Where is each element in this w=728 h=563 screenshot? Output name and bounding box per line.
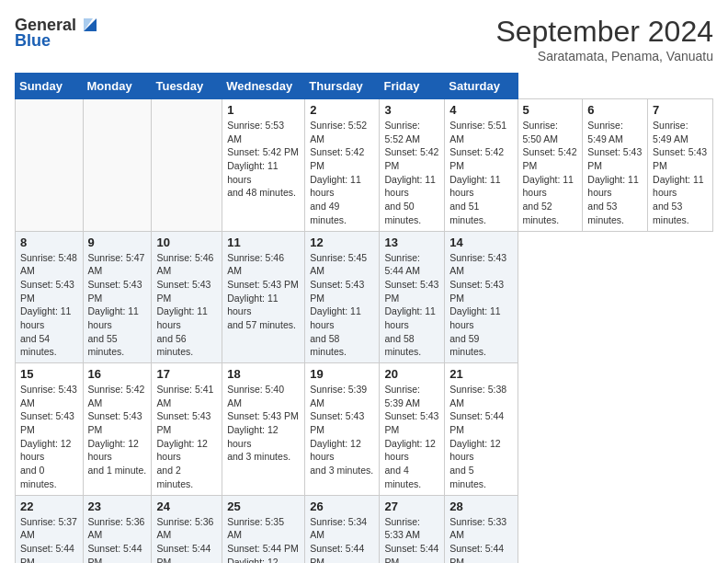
day-info: Sunrise: 5:36 AMSunset: 5:44 PMDaylight:… — [156, 515, 217, 564]
day-number: 3 — [384, 103, 439, 117]
calendar-week-4: 22Sunrise: 5:37 AMSunset: 5:44 PMDayligh… — [16, 495, 713, 563]
day-number: 25 — [227, 500, 300, 513]
day-info: Sunrise: 5:44 AMSunset: 5:43 PMDaylight:… — [384, 251, 439, 360]
day-number: 11 — [227, 236, 300, 249]
day-number: 27 — [384, 500, 439, 513]
day-number: 14 — [449, 236, 512, 249]
day-number: 8 — [20, 236, 78, 249]
day-info: Sunrise: 5:53 AMSunset: 5:42 PMDaylight:… — [227, 119, 300, 200]
day-info: Sunrise: 5:46 AMSunset: 5:43 PMDaylight:… — [156, 251, 217, 360]
table-row: 8Sunrise: 5:48 AMSunset: 5:43 PMDaylight… — [16, 231, 84, 363]
table-row: 16Sunrise: 5:42 AMSunset: 5:43 PMDayligh… — [83, 363, 152, 496]
col-saturday: Saturday — [445, 74, 518, 99]
day-number: 23 — [88, 500, 147, 513]
logo-icon — [80, 15, 100, 35]
day-info: Sunrise: 5:33 AMSunset: 5:44 PMDaylight:… — [384, 515, 439, 564]
day-number: 5 — [523, 103, 578, 117]
table-row — [16, 99, 84, 232]
table-row: 21Sunrise: 5:38 AMSunset: 5:44 PMDayligh… — [445, 363, 518, 496]
day-info: Sunrise: 5:49 AMSunset: 5:43 PMDaylight:… — [653, 119, 708, 227]
day-number: 6 — [587, 103, 643, 117]
day-info: Sunrise: 5:52 AMSunset: 5:42 PMDaylight:… — [384, 119, 439, 227]
day-number: 15 — [20, 367, 78, 381]
day-info: Sunrise: 5:36 AMSunset: 5:44 PMDaylight:… — [88, 515, 147, 564]
day-info: Sunrise: 5:42 AMSunset: 5:43 PMDaylight:… — [88, 383, 147, 477]
col-monday: Monday — [83, 74, 152, 99]
day-number: 28 — [449, 500, 512, 513]
table-row: 25Sunrise: 5:35 AMSunset: 5:44 PMDayligh… — [222, 495, 305, 563]
day-info: Sunrise: 5:45 AMSunset: 5:43 PMDaylight:… — [310, 251, 374, 360]
header-row: Sunday Monday Tuesday Wednesday Thursday… — [16, 74, 713, 99]
day-number: 13 — [384, 236, 439, 249]
day-number: 1 — [227, 103, 300, 117]
day-number: 16 — [88, 367, 147, 381]
day-info: Sunrise: 5:40 AMSunset: 5:43 PMDaylight:… — [227, 383, 300, 464]
day-info: Sunrise: 5:52 AMSunset: 5:42 PMDaylight:… — [310, 119, 374, 227]
table-row: 15Sunrise: 5:43 AMSunset: 5:43 PMDayligh… — [16, 363, 84, 496]
day-info: Sunrise: 5:46 AMSunset: 5:43 PMDaylight:… — [227, 251, 300, 332]
col-wednesday: Wednesday — [222, 74, 305, 99]
day-info: Sunrise: 5:39 AMSunset: 5:43 PMDaylight:… — [310, 383, 374, 477]
location: Saratamata, Penama, Vanuatu — [495, 49, 713, 63]
logo: General Blue — [15, 15, 100, 51]
day-number: 17 — [156, 367, 217, 381]
table-row: 20Sunrise: 5:39 AMSunset: 5:43 PMDayligh… — [380, 363, 445, 496]
table-row: 9Sunrise: 5:47 AMSunset: 5:43 PMDaylight… — [83, 231, 152, 363]
table-row: 27Sunrise: 5:33 AMSunset: 5:44 PMDayligh… — [380, 495, 445, 563]
calendar-table: Sunday Monday Tuesday Wednesday Thursday… — [15, 73, 713, 563]
day-number: 18 — [227, 367, 300, 381]
col-thursday: Thursday — [305, 74, 380, 99]
day-info: Sunrise: 5:43 AMSunset: 5:43 PMDaylight:… — [20, 383, 78, 491]
day-number: 4 — [449, 103, 512, 117]
table-row: 1Sunrise: 5:53 AMSunset: 5:42 PMDaylight… — [222, 99, 305, 232]
table-row — [152, 99, 222, 232]
day-number: 7 — [653, 103, 708, 117]
day-info: Sunrise: 5:37 AMSunset: 5:44 PMDaylight:… — [20, 515, 78, 564]
day-number: 21 — [449, 367, 512, 381]
table-row: 6Sunrise: 5:49 AMSunset: 5:43 PMDaylight… — [583, 99, 648, 232]
table-row: 19Sunrise: 5:39 AMSunset: 5:43 PMDayligh… — [305, 363, 380, 496]
day-number: 2 — [310, 103, 374, 117]
table-row: 11Sunrise: 5:46 AMSunset: 5:43 PMDayligh… — [222, 231, 305, 363]
table-row: 12Sunrise: 5:45 AMSunset: 5:43 PMDayligh… — [305, 231, 380, 363]
day-number: 9 — [88, 236, 147, 249]
table-row: 5Sunrise: 5:50 AMSunset: 5:42 PMDaylight… — [518, 99, 583, 232]
day-info: Sunrise: 5:33 AMSunset: 5:44 PMDaylight:… — [449, 515, 512, 564]
day-info: Sunrise: 5:49 AMSunset: 5:43 PMDaylight:… — [587, 119, 643, 227]
day-info: Sunrise: 5:39 AMSunset: 5:43 PMDaylight:… — [384, 383, 439, 491]
month-title: September 2024 — [495, 15, 713, 49]
day-number: 10 — [156, 236, 217, 249]
calendar-week-3: 15Sunrise: 5:43 AMSunset: 5:43 PMDayligh… — [16, 363, 713, 496]
table-row: 3Sunrise: 5:52 AMSunset: 5:42 PMDaylight… — [380, 99, 445, 232]
table-row: 7Sunrise: 5:49 AMSunset: 5:43 PMDaylight… — [648, 99, 713, 232]
day-info: Sunrise: 5:38 AMSunset: 5:44 PMDaylight:… — [449, 383, 512, 491]
table-row: 2Sunrise: 5:52 AMSunset: 5:42 PMDaylight… — [305, 99, 380, 232]
table-row: 10Sunrise: 5:46 AMSunset: 5:43 PMDayligh… — [152, 231, 222, 363]
title-area: September 2024 Saratamata, Penama, Vanua… — [495, 15, 713, 63]
table-row: 28Sunrise: 5:33 AMSunset: 5:44 PMDayligh… — [445, 495, 518, 563]
table-row: 26Sunrise: 5:34 AMSunset: 5:44 PMDayligh… — [305, 495, 380, 563]
day-info: Sunrise: 5:35 AMSunset: 5:44 PMDaylight:… — [227, 515, 300, 564]
table-row: 23Sunrise: 5:36 AMSunset: 5:44 PMDayligh… — [83, 495, 152, 563]
day-number: 12 — [310, 236, 374, 249]
calendar-week-1: 1Sunrise: 5:53 AMSunset: 5:42 PMDaylight… — [16, 99, 713, 232]
day-number: 24 — [156, 500, 217, 513]
day-info: Sunrise: 5:50 AMSunset: 5:42 PMDaylight:… — [523, 119, 578, 227]
day-info: Sunrise: 5:41 AMSunset: 5:43 PMDaylight:… — [156, 383, 217, 491]
day-number: 22 — [20, 500, 78, 513]
logo-blue: Blue — [15, 31, 51, 51]
day-info: Sunrise: 5:48 AMSunset: 5:43 PMDaylight:… — [20, 251, 78, 360]
day-number: 19 — [310, 367, 374, 381]
calendar-week-2: 8Sunrise: 5:48 AMSunset: 5:43 PMDaylight… — [16, 231, 713, 363]
col-tuesday: Tuesday — [152, 74, 222, 99]
table-row: 4Sunrise: 5:51 AMSunset: 5:42 PMDaylight… — [445, 99, 518, 232]
day-number: 20 — [384, 367, 439, 381]
table-row: 24Sunrise: 5:36 AMSunset: 5:44 PMDayligh… — [152, 495, 222, 563]
table-row: 18Sunrise: 5:40 AMSunset: 5:43 PMDayligh… — [222, 363, 305, 496]
table-row: 22Sunrise: 5:37 AMSunset: 5:44 PMDayligh… — [16, 495, 84, 563]
header: General Blue September 2024 Saratamata, … — [15, 15, 713, 63]
table-row: 17Sunrise: 5:41 AMSunset: 5:43 PMDayligh… — [152, 363, 222, 496]
day-info: Sunrise: 5:34 AMSunset: 5:44 PMDaylight:… — [310, 515, 374, 564]
col-sunday: Sunday — [16, 74, 84, 99]
day-info: Sunrise: 5:51 AMSunset: 5:42 PMDaylight:… — [449, 119, 512, 227]
